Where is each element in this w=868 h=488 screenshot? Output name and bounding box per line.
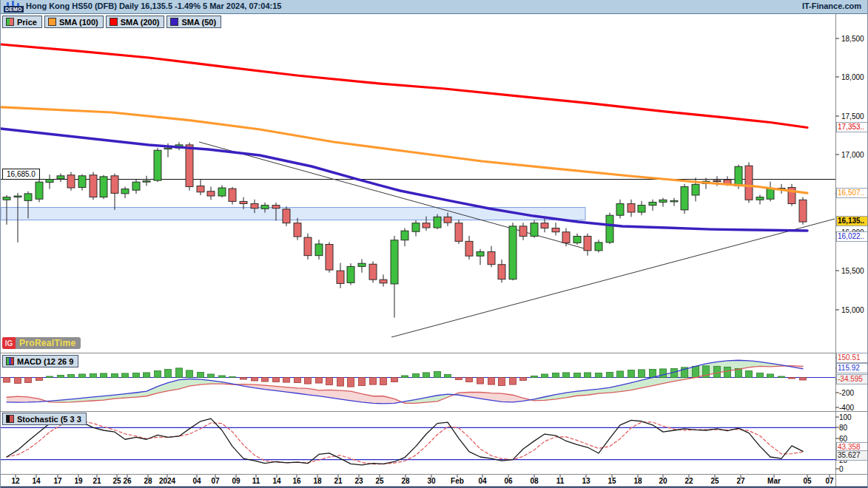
macd-swatch-icon [6,357,14,365]
panel-frame [1,14,868,487]
macd-indicator-chip[interactable]: MACD (12 26 9 [2,355,78,367]
sma200-swatch-icon [110,18,118,26]
trendline [199,142,587,249]
sma-200-line [1,44,807,128]
stochastic-swatch-icon [6,415,14,423]
ig-logo: IG [2,337,16,349]
horizontal-level-label[interactable]: 16,685.0 [2,169,40,180]
legend-label: SMA (200) [121,18,160,27]
legend-chip-sma200[interactable]: SMA (200) [106,16,165,28]
legend-label: SMA (100) [59,18,98,27]
stochastic-indicator-chip[interactable]: Stochastic (5 3 3 [2,413,87,425]
legend-label: Price [17,18,37,27]
prorealtime-logo: IG ProRealTime [2,337,81,349]
prorealtime-chart-window: DEMO Hong Kong HS50 (DFB) Daily 16,135.5… [0,0,868,488]
sma100-swatch-icon [48,18,56,26]
price-swatch-icon [6,18,14,26]
stochastic-label: Stochastic (5 3 3 [17,415,81,424]
macd-label: MACD (12 26 9 [17,357,73,366]
stochastic-panel [1,418,835,465]
legend-chip-sma100[interactable]: SMA (100) [44,16,104,28]
sma50-swatch-icon [170,18,178,26]
price-panel-background [1,142,835,337]
stoch-k-line [7,418,803,465]
legend-chip-price[interactable]: Price [2,16,42,28]
candles-layer [3,142,807,317]
legend-label: SMA (50) [181,18,216,27]
prorealtime-logo-text: ProRealTime [19,338,75,348]
sma-100-line [1,107,807,193]
series-legend: Price SMA (100) SMA (200) SMA (50) [2,16,221,28]
legend-chip-sma50[interactable]: SMA (50) [166,16,221,28]
macd-panel [1,360,835,404]
chart-canvas[interactable] [1,0,868,488]
